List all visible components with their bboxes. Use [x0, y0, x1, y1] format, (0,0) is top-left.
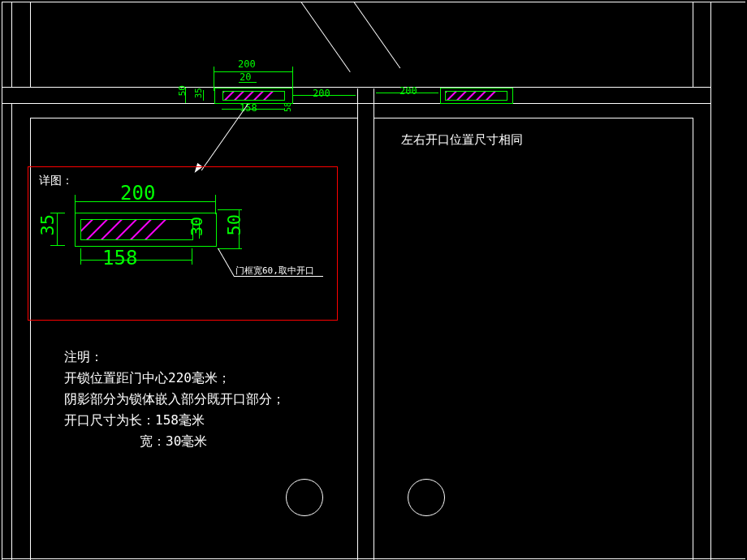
det-30-label: 30: [187, 217, 206, 236]
dim-50-top-line: [185, 88, 186, 103]
panel-r-in: [693, 118, 693, 560]
frame-top: [2, 2, 745, 2]
center-div-2: [374, 88, 374, 560]
det-50-t1: [218, 209, 242, 210]
det-slot: [80, 219, 193, 240]
slot-left: [222, 91, 285, 101]
det-35-t1: [50, 213, 65, 213]
rail-right-cap: [710, 87, 711, 104]
det-158-ext2: [192, 248, 192, 265]
notes-l1: 开锁位置距门中心220毫米；: [64, 370, 231, 387]
panel-r-top: [374, 118, 693, 118]
panel-r-out: [710, 103, 711, 560]
note-right: 左右开口位置尺寸相同: [401, 132, 523, 148]
dim-50-top-label: 50: [177, 85, 188, 96]
det-50-label: 50: [224, 214, 244, 236]
stile-r1: [693, 2, 693, 87]
det-200-ext2: [215, 195, 216, 214]
notes-l4: 宽：30毫米: [140, 433, 207, 450]
detail-title: 详图：: [39, 174, 73, 188]
dim-200-top-ext1: [214, 67, 214, 91]
det-158-ext1: [80, 248, 81, 265]
center-div-1: [357, 88, 358, 560]
dim-58-top-label: 58: [283, 102, 292, 112]
dim-200b: [376, 93, 438, 93]
dim-20-top-label: 20: [240, 71, 251, 83]
dim-200-top-ext2: [292, 67, 293, 91]
pull-right: [408, 479, 445, 516]
det-200-ext1: [75, 195, 76, 214]
pull-left: [286, 479, 323, 516]
stile-r2: [710, 2, 711, 87]
det-note: 门框宽60,取中开口: [235, 265, 314, 277]
leader-to-detail: [201, 104, 248, 170]
leader-2: [353, 2, 400, 68]
dim-200a-label: 200: [313, 88, 330, 99]
leader-1: [300, 2, 351, 72]
det-200-label: 200: [120, 182, 155, 205]
dim-200-top: [214, 71, 292, 72]
notes-l3: 开口尺寸为长：158毫米: [64, 412, 205, 429]
panel-l-out: [11, 103, 12, 560]
slot-right: [445, 91, 507, 101]
det-35-label: 35: [37, 214, 58, 236]
dim-200b-label: 200: [399, 85, 417, 97]
stile-l1: [11, 2, 12, 87]
panel-l-top: [30, 118, 358, 118]
cad-canvas: 200 20 200 200 50 35 158 58 左右开口位置尺寸相同 详…: [0, 0, 747, 560]
det-50-t2: [218, 248, 242, 249]
frame-left: [2, 2, 2, 560]
dim-200-top-label: 200: [238, 58, 256, 70]
det-158-label: 158: [102, 247, 137, 269]
stile-l2: [30, 2, 31, 87]
notes-title: 注明：: [64, 349, 103, 366]
dim-35-top-line: [203, 90, 204, 101]
det-35-t2: [50, 245, 65, 246]
dim-200a: [292, 95, 356, 96]
rail-top: [2, 87, 710, 88]
notes-l2: 阴影部分为锁体嵌入部分既开口部分；: [64, 391, 285, 408]
rail-bot: [2, 103, 710, 104]
